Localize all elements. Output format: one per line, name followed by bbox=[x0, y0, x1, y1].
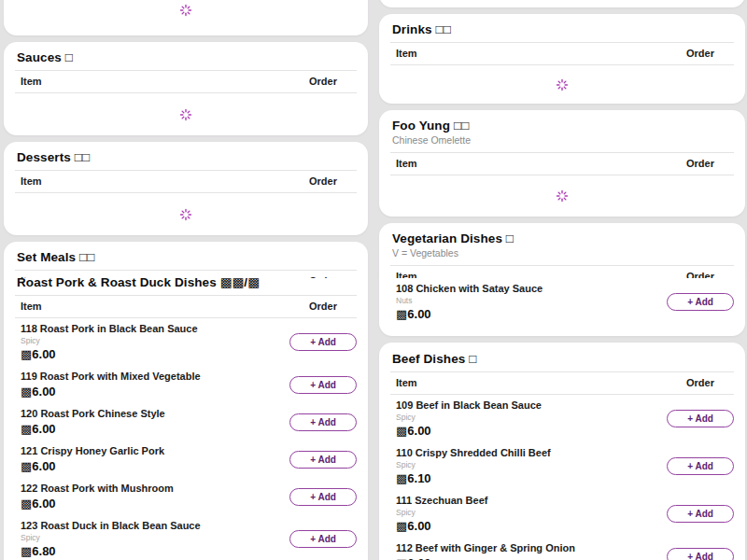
section-card-roast-pork-duck: Roast Pork & Roast Duck Dishes ▩▩/▩ Item… bbox=[4, 278, 368, 560]
section-card-vegetarian: Vegetarian Dishes □ V = Vegetables Item … bbox=[379, 223, 745, 278]
menu-item-info: 118 Roast Pork in Black Bean Sauce Spicy… bbox=[21, 323, 289, 361]
menu-item-info: 119 Roast Pork with Mixed Vegetable ▩6.0… bbox=[21, 371, 289, 399]
item-name: 110 Crispy Shredded Chilli Beef bbox=[396, 447, 667, 459]
menu-item-info: 122 Roast Pork with Mushroom ▩6.00 bbox=[21, 483, 289, 511]
add-item-button[interactable]: + Add bbox=[289, 530, 357, 548]
left-column: Sauces □ Item Order bbox=[4, 0, 368, 278]
table-header: Item Order bbox=[15, 71, 357, 91]
capture-bottom: Roast Pork & Roast Duck Dishes ▩▩/▩ Item… bbox=[0, 278, 747, 560]
table-header: Item Order bbox=[15, 296, 357, 316]
currency-missing-glyph: ▩ bbox=[396, 519, 407, 533]
currency-missing-glyph: ▩ bbox=[21, 544, 32, 558]
item-name: 122 Roast Pork with Mushroom bbox=[21, 483, 289, 495]
item-column-header: Item bbox=[396, 157, 417, 170]
item-price-value: 6.10 bbox=[407, 471, 430, 485]
menu-page: Sauces □ Item Order bbox=[0, 0, 747, 560]
add-item-button-label: + Add bbox=[687, 412, 713, 426]
loading-area bbox=[390, 175, 734, 217]
add-item-button-label: + Add bbox=[310, 453, 336, 467]
order-column-header: Order bbox=[667, 270, 734, 278]
add-item-button[interactable]: + Add bbox=[289, 333, 357, 351]
item-column-header: Item bbox=[396, 376, 417, 389]
order-column-header: Order bbox=[289, 175, 357, 188]
table-header: Item Order bbox=[390, 43, 734, 63]
currency-missing-glyph: ▩ bbox=[396, 424, 407, 438]
loading-area bbox=[15, 4, 357, 17]
item-name: 108 Chicken with Satay Sauce bbox=[396, 283, 667, 295]
loading-spinner-icon bbox=[179, 208, 192, 221]
section-title: Vegetarian Dishes □ bbox=[390, 230, 734, 245]
order-column-header: Order bbox=[667, 376, 734, 389]
add-item-button[interactable]: + Add bbox=[289, 451, 357, 469]
item-price-value: 6.00 bbox=[407, 307, 430, 321]
item-allergen-tag: Spicy bbox=[396, 460, 667, 469]
item-name: 120 Roast Pork Chinese Style bbox=[21, 408, 289, 420]
menu-item-row: 122 Roast Pork with Mushroom ▩6.00 + Add bbox=[15, 478, 357, 515]
table-header: Item Order bbox=[15, 171, 357, 191]
currency-missing-glyph: ▩ bbox=[21, 347, 32, 361]
loading-spinner-icon bbox=[179, 4, 192, 17]
menu-item-list: 118 Roast Pork in Black Bean Sauce Spicy… bbox=[15, 318, 357, 560]
add-item-button[interactable]: + Add bbox=[667, 293, 734, 311]
section-card-foo-yung: Foo Yung □□ Chinese Omelette Item Order bbox=[379, 110, 745, 217]
section-card-beef: Beef Dishes □ Item Order 109 Beef in Bla… bbox=[379, 343, 745, 560]
item-column-header: Item bbox=[21, 300, 42, 313]
menu-item-info: 109 Beef in Black Bean Sauce Spicy ▩6.00 bbox=[396, 399, 667, 438]
menu-item-row: 108 Chicken with Satay Sauce Nuts ▩6.00 … bbox=[390, 278, 734, 326]
item-price-value: 6.00 bbox=[32, 347, 55, 361]
currency-missing-glyph: ▩ bbox=[21, 385, 32, 399]
currency-missing-glyph: ▩ bbox=[396, 556, 407, 560]
section-card-partial bbox=[379, 0, 745, 7]
item-price-value: 6.00 bbox=[32, 459, 55, 473]
loading-spinner-icon bbox=[179, 108, 192, 121]
section-card-set-meals: Set Meals □□ Item Order bbox=[4, 242, 368, 278]
add-item-button[interactable]: + Add bbox=[667, 457, 734, 475]
loading-spinner-icon bbox=[556, 78, 569, 91]
add-item-button-label: + Add bbox=[310, 415, 336, 429]
right-column: Drinks □□ Item Order bbox=[379, 0, 745, 278]
section-card-desserts: Desserts □□ Item Order bbox=[4, 142, 368, 235]
menu-item-row: 119 Roast Pork with Mixed Vegetable ▩6.0… bbox=[15, 366, 357, 403]
item-allergen-tag: Spicy bbox=[396, 413, 667, 422]
menu-item-info: 108 Chicken with Satay Sauce Nuts ▩6.00 bbox=[396, 283, 667, 321]
right-column: 108 Chicken with Satay Sauce Nuts ▩6.00 … bbox=[379, 278, 745, 560]
item-price: ▩6.80 bbox=[21, 544, 289, 558]
order-column-header: Order bbox=[667, 47, 734, 60]
item-name: 123 Roast Duck in Black Bean Sauce bbox=[21, 520, 289, 532]
section-card-vegetarian-continued: 108 Chicken with Satay Sauce Nuts ▩6.00 … bbox=[379, 278, 745, 336]
menu-item-row: 121 Crispy Honey Garlic Pork ▩6.00 + Add bbox=[15, 441, 357, 478]
add-item-button[interactable]: + Add bbox=[667, 548, 734, 560]
item-column-header: Item bbox=[396, 270, 417, 278]
add-item-button[interactable]: + Add bbox=[667, 410, 734, 427]
add-item-button[interactable]: + Add bbox=[289, 376, 357, 394]
menu-item-info: 111 Szechuan Beef Spicy ▩6.00 bbox=[396, 495, 667, 533]
section-title: Roast Pork & Roast Duck Dishes ▩▩/▩ bbox=[15, 278, 357, 289]
item-name: 111 Szechuan Beef bbox=[396, 495, 667, 507]
add-item-button[interactable]: + Add bbox=[289, 488, 357, 506]
section-title: Sauces □ bbox=[15, 49, 357, 64]
item-price-value: 6.00 bbox=[407, 424, 430, 438]
item-price: ▩6.00 bbox=[21, 497, 289, 511]
loading-area bbox=[15, 93, 357, 135]
section-title: Foo Yung □□ bbox=[390, 117, 734, 133]
add-item-button-label: + Add bbox=[687, 295, 713, 309]
currency-missing-glyph: ▩ bbox=[396, 307, 407, 321]
item-name: 118 Roast Pork in Black Bean Sauce bbox=[21, 323, 289, 335]
item-price-value: 6.00 bbox=[407, 556, 430, 560]
add-item-button-label: + Add bbox=[687, 507, 713, 521]
capture-top: Sauces □ Item Order bbox=[0, 0, 747, 278]
item-column-header: Item bbox=[21, 175, 42, 188]
section-title: Desserts □□ bbox=[15, 148, 357, 164]
add-item-button-label: + Add bbox=[310, 335, 336, 349]
item-allergen-tag: Spicy bbox=[21, 336, 289, 345]
add-item-button[interactable]: + Add bbox=[667, 505, 734, 523]
menu-item-row: 109 Beef in Black Bean Sauce Spicy ▩6.00… bbox=[390, 395, 734, 442]
add-item-button[interactable]: + Add bbox=[289, 413, 357, 431]
item-price-value: 6.00 bbox=[407, 519, 430, 533]
item-price: ▩6.10 bbox=[396, 471, 667, 485]
section-title: Drinks □□ bbox=[390, 21, 734, 36]
menu-item-row: 123 Roast Duck in Black Bean Sauce Spicy… bbox=[15, 515, 357, 560]
item-price-value: 6.80 bbox=[32, 544, 55, 558]
currency-missing-glyph: ▩ bbox=[21, 422, 32, 436]
section-subtitle: V = Vegetables bbox=[390, 245, 734, 259]
